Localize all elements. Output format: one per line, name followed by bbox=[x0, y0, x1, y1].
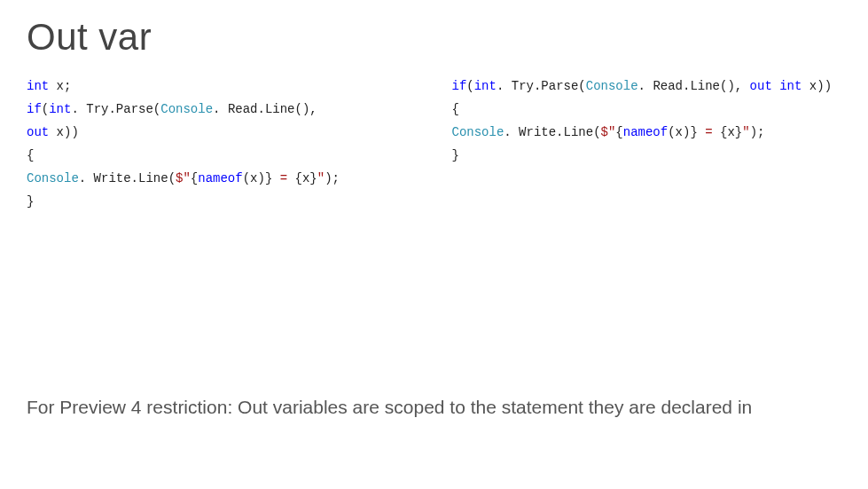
type: Console bbox=[452, 125, 504, 139]
type: Console bbox=[27, 171, 79, 185]
code-text: (x)} bbox=[243, 171, 273, 185]
code-line: { bbox=[452, 98, 842, 121]
code-line: if(int. Try.Parse(Console. Read.Line(), … bbox=[452, 75, 842, 98]
string: " bbox=[317, 171, 325, 185]
keyword: int bbox=[49, 102, 71, 116]
code-text: x)) bbox=[802, 79, 832, 93]
code-text: . Read.Line(), bbox=[638, 79, 750, 93]
code-text: . Read.Line(), bbox=[213, 102, 317, 116]
code-text: . Try.Parse( bbox=[497, 79, 586, 93]
code-text: { bbox=[27, 148, 34, 162]
code-text: { bbox=[452, 102, 459, 116]
code-left: int x; if(int. Try.Parse(Console. Read.L… bbox=[27, 75, 417, 213]
code-line: Console. Write.Line($"{nameof(x)} = {x}"… bbox=[452, 121, 842, 144]
code-text: ); bbox=[325, 171, 340, 185]
keyword: out int bbox=[750, 79, 802, 93]
string: $" bbox=[176, 171, 191, 185]
code-right: if(int. Try.Parse(Console. Read.Line(), … bbox=[452, 75, 842, 213]
keyword: nameof bbox=[198, 171, 242, 185]
type: Console bbox=[160, 102, 213, 116]
keyword: nameof bbox=[623, 125, 668, 139]
code-text: ( bbox=[42, 102, 49, 116]
keyword: if bbox=[27, 102, 42, 116]
code-text: {x} bbox=[295, 171, 317, 185]
string: = bbox=[272, 171, 294, 185]
code-text: ( bbox=[466, 79, 473, 93]
keyword: out bbox=[27, 125, 49, 139]
code-text: . Write.Line( bbox=[79, 171, 176, 185]
code-text: (x)} bbox=[668, 125, 698, 139]
footer-note: For Preview 4 restriction: Out variables… bbox=[27, 397, 841, 418]
code-line: { bbox=[27, 144, 417, 167]
code-line: } bbox=[452, 144, 842, 167]
string: $" bbox=[601, 125, 616, 139]
string: = bbox=[698, 125, 720, 139]
code-text: x)) bbox=[49, 125, 79, 139]
code-line: int x; bbox=[27, 75, 417, 98]
code-columns: int x; if(int. Try.Parse(Console. Read.L… bbox=[27, 75, 841, 213]
code-text: {x} bbox=[720, 125, 742, 139]
code-line: Console. Write.Line($"{nameof(x)} = {x}"… bbox=[27, 167, 417, 190]
page-title: Out var bbox=[27, 16, 841, 59]
code-line: } bbox=[27, 190, 417, 213]
code-text: { bbox=[191, 171, 198, 185]
code-text: . Write.Line( bbox=[504, 125, 600, 139]
code-text: . Try.Parse( bbox=[71, 102, 160, 116]
code-text: { bbox=[615, 125, 622, 139]
type: Console bbox=[586, 79, 638, 93]
code-line: if(int. Try.Parse(Console. Read.Line(), bbox=[27, 98, 417, 121]
keyword: int bbox=[474, 79, 497, 93]
code-text: } bbox=[27, 194, 34, 209]
slide: Out var int x; if(int. Try.Parse(Console… bbox=[0, 0, 868, 489]
string: " bbox=[742, 125, 749, 139]
code-text: x; bbox=[49, 79, 71, 93]
code-text: } bbox=[452, 148, 459, 162]
code-line: out x)) bbox=[27, 121, 417, 144]
code-text: ); bbox=[750, 125, 765, 139]
keyword: int bbox=[27, 79, 49, 93]
keyword: if bbox=[452, 79, 467, 93]
